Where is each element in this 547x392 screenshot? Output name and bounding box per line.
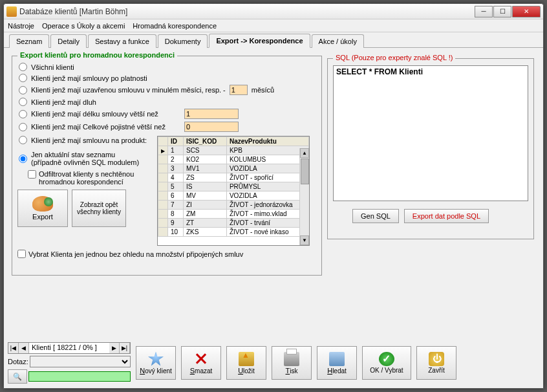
nav-last-icon[interactable]: ▶| xyxy=(120,343,130,353)
tab-export[interactable]: Export -> Korespondence xyxy=(209,34,310,48)
radio-expired-label: Klienti jenž mají smlouvy po platnosti xyxy=(31,74,147,82)
col-name[interactable]: NazevProduktu xyxy=(226,137,308,146)
delete-icon xyxy=(193,352,209,366)
grid-scrollbar[interactable]: ▲ ▼ xyxy=(299,148,309,245)
titlebar[interactable]: Databáze klientů [Martin Böhm] ─ ☐ ✕ xyxy=(4,4,543,19)
table-row: 4ZSŽIVOT - spořící xyxy=(158,173,309,182)
print-button[interactable]: Tisk xyxy=(272,346,312,380)
radio-total[interactable] xyxy=(19,123,27,131)
product-grid[interactable]: IDISIC_KODNazevProduktu 1SCSKPB 2KO2KOLU… xyxy=(157,136,310,246)
sql-legend: SQL (Pouze pro experty znalé SQL !) xyxy=(333,54,455,61)
menubar: Nástroje Operace s Úkoly a akcemi Hromad… xyxy=(4,19,543,32)
menu-tools[interactable]: Nástroje xyxy=(8,22,34,30)
tab-akce[interactable]: Akce / úkoly xyxy=(312,34,364,48)
maximize-button[interactable]: ☐ xyxy=(493,6,511,17)
window-title: Databáze klientů [Martin Böhm] xyxy=(19,7,475,16)
months-input[interactable] xyxy=(230,85,248,95)
export-legend: Export klientů pro hromadnou koresponden… xyxy=(17,51,177,59)
radio-product[interactable] xyxy=(19,136,27,144)
tabbar: Seznam Detaily Sestavy a funkce Dokument… xyxy=(4,32,543,48)
close-window-button[interactable]: Zavřít xyxy=(416,346,456,380)
navigator: |◀ ◀ Klienti [ 18221 / 0% ] ▶ ▶| Dotaz: … xyxy=(8,342,131,384)
table-row: 5ISPRŮMYSL xyxy=(158,182,309,191)
new-client-button[interactable]: Nový klient xyxy=(136,346,176,380)
scroll-thumb[interactable] xyxy=(301,158,309,184)
dotaz-select[interactable] xyxy=(30,356,131,367)
ok-icon xyxy=(379,352,394,366)
power-icon xyxy=(429,352,444,366)
nav-first-icon[interactable]: |◀ xyxy=(8,343,19,353)
ok-button[interactable]: OK / Vybrat xyxy=(362,346,411,380)
search-icon-button[interactable]: 🔍 xyxy=(8,369,27,384)
radio-debt[interactable] xyxy=(19,98,27,106)
radio-current[interactable] xyxy=(19,155,27,163)
menu-operations[interactable]: Operace s Úkoly a akcemi xyxy=(42,22,125,30)
app-icon xyxy=(6,6,17,17)
find-icon xyxy=(329,352,345,366)
minimize-button[interactable]: ─ xyxy=(475,6,493,17)
print-icon xyxy=(284,352,299,366)
nav-next-icon[interactable]: ▶ xyxy=(109,343,120,353)
scroll-down-icon[interactable]: ▼ xyxy=(300,235,309,245)
toolbar: Nový klient Smazat Uložit Tisk Hledat OK… xyxy=(136,346,456,380)
table-row: 10ZKSŽIVOT - nové inkaso xyxy=(158,228,309,237)
export-groupbox: Export klientů pro hromadnou koresponden… xyxy=(12,56,322,276)
table-row: 3MV1VOZIDLA xyxy=(158,164,309,173)
radio-length-label: Klienti jenž mají délku smlouvy větší ne… xyxy=(31,110,158,118)
tab-sestavy[interactable]: Sestavy a funkce xyxy=(88,34,156,48)
chk-once[interactable] xyxy=(17,250,26,258)
chk-filter[interactable] xyxy=(28,170,36,179)
chk-filter-label: Odfiltrovat klienty s nechtěnou hromadno… xyxy=(39,170,153,186)
close-button[interactable]: ✕ xyxy=(512,6,541,17)
sql-textarea[interactable] xyxy=(333,65,528,201)
radio-length[interactable] xyxy=(19,110,27,118)
table-row: 6MVVOZIDLA xyxy=(158,191,309,201)
radio-current-label: Jen aktuální stav seznamu(případně ovliv… xyxy=(31,151,139,166)
tab-dokumenty[interactable]: Dokumenty xyxy=(158,34,208,48)
export-button[interactable]: Export xyxy=(17,190,68,227)
table-row: 8ZMŽIVOT - mimo.vklad xyxy=(158,210,309,219)
table-row: 9ZTŽIVOT - trvání xyxy=(158,219,309,228)
find-button[interactable]: Hledat xyxy=(317,346,357,380)
delete-button[interactable]: Smazat xyxy=(181,346,221,380)
tab-seznam[interactable]: Seznam xyxy=(9,34,49,48)
months-unit: měsíců xyxy=(252,86,274,94)
showall-button[interactable]: Zobrazit opět všechny klienty xyxy=(72,190,126,227)
total-input[interactable] xyxy=(184,122,239,132)
star-icon xyxy=(148,352,164,366)
radio-expired[interactable] xyxy=(19,74,27,82)
dotaz-label: Dotaz: xyxy=(8,358,28,365)
table-row: 7ZIŽIVOT - jednorázovka xyxy=(158,201,309,210)
progress-bar xyxy=(28,371,131,382)
export-icon xyxy=(32,196,53,212)
gen-sql-button[interactable]: Gen SQL xyxy=(352,209,399,223)
table-row: 1SCSKPB xyxy=(158,146,309,155)
chk-once-label: Vybrat Klienta jen jednou bez ohledu na … xyxy=(28,250,243,258)
nav-counter: Klienti [ 18221 / 0% ] xyxy=(29,343,109,353)
save-icon xyxy=(239,352,254,366)
radio-total-label: Klienti jenž mají Celkové pojistné větší… xyxy=(31,123,166,131)
radio-lastmonth[interactable] xyxy=(19,86,27,94)
length-input[interactable] xyxy=(184,109,239,119)
radio-lastmonth-label: Klienti jenž mají uzavřenou smlouvu v mi… xyxy=(31,86,226,94)
table-row: 2KO2KOLUMBUS xyxy=(158,155,309,164)
radio-debt-label: Klienti jenž mají dluh xyxy=(31,98,96,106)
nav-prev-icon[interactable]: ◀ xyxy=(19,343,29,353)
radio-product-label: Klienti jenž mají smlouvu na produkt: xyxy=(31,136,147,144)
scroll-up-icon[interactable]: ▲ xyxy=(300,148,309,158)
col-id[interactable]: ID xyxy=(168,137,184,146)
menu-correspondence[interactable]: Hromadná korespondence xyxy=(133,22,217,30)
export-sql-button[interactable]: Export dat podle SQL xyxy=(404,209,489,223)
radio-all-label: Všichni klienti xyxy=(31,63,74,71)
tab-detaily[interactable]: Detaily xyxy=(50,34,87,48)
sql-groupbox: SQL (Pouze pro experty znalé SQL !) Gen … xyxy=(327,58,534,239)
col-kod[interactable]: ISIC_KOD xyxy=(183,137,226,146)
save-button[interactable]: Uložit xyxy=(226,346,266,380)
radio-all[interactable] xyxy=(19,63,27,71)
